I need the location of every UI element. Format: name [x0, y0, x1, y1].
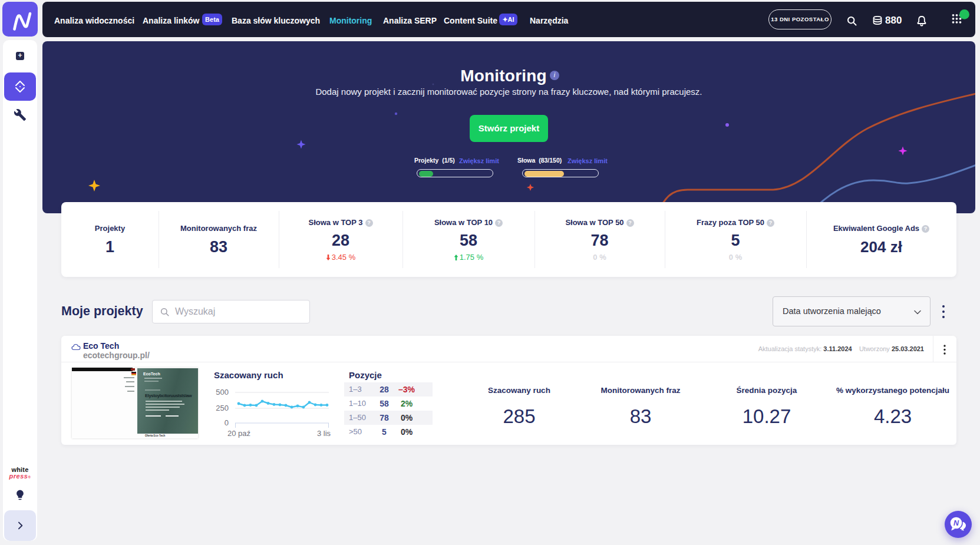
svg-text:3 lis: 3 lis	[317, 429, 331, 438]
svg-text:250: 250	[216, 404, 229, 412]
svg-text:0: 0	[225, 418, 229, 427]
svg-text:20 paź: 20 paź	[227, 429, 250, 438]
svg-text:500: 500	[216, 388, 229, 397]
svg-text:N: N	[953, 519, 959, 527]
